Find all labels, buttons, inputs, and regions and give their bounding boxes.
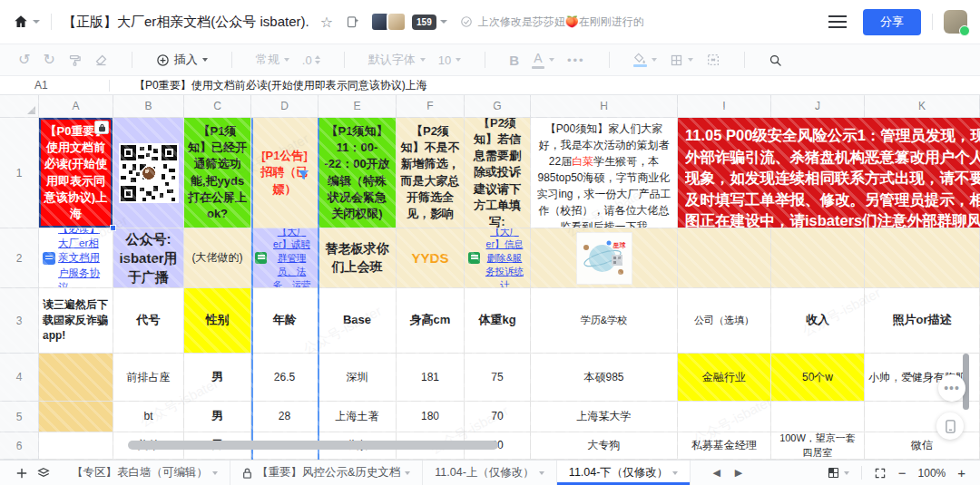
cell-link[interactable]: 【大厂er】信息删除&服务投诉统计 (483, 228, 526, 288)
decimal-places-button[interactable]: .0 (302, 53, 320, 67)
redo-icon[interactable]: ↻ (43, 53, 54, 67)
cell-C4[interactable]: 男 (184, 354, 251, 402)
cell-G4[interactable]: 75 (465, 354, 531, 402)
horizontal-scrollbar[interactable] (128, 441, 498, 450)
cell-A2[interactable]: 【必读】大厂er相亲文档用户服务协议 (39, 228, 113, 288)
cell-B4[interactable]: 前排占座 (113, 354, 184, 402)
cell-J5[interactable] (771, 402, 865, 432)
cell-E1[interactable]: 【P1须知】11：00--22：00开放编辑（特殊状况会紧急关闭权限) (318, 118, 397, 228)
column-header-C[interactable]: C (184, 95, 251, 118)
collaborators-caret-icon[interactable] (440, 20, 447, 24)
collaborator-count-badge[interactable]: 159 (412, 15, 436, 30)
cell-A6[interactable] (39, 432, 113, 460)
grid-view-button[interactable] (827, 466, 849, 480)
add-sheet-icon[interactable] (11, 462, 33, 484)
select-all-corner[interactable] (0, 95, 39, 118)
tabs-scroll-left-icon[interactable]: ◀ (712, 467, 720, 479)
cell-I4[interactable]: 金融行业 (678, 354, 771, 402)
cell-J3[interactable]: 收入 (771, 288, 865, 354)
cell-link[interactable]: 【必读】大厂er相亲文档用户服务协议 (58, 228, 109, 288)
column-header-B[interactable]: B (113, 95, 184, 118)
cell-D3[interactable]: 年龄 (251, 288, 318, 354)
fill-color-button[interactable] (633, 53, 657, 67)
zoom-level[interactable]: 100% (918, 467, 946, 480)
cell-K3[interactable]: 照片or描述 (865, 288, 980, 354)
cell-D4[interactable]: 26.5 (251, 354, 318, 402)
sheet-tab-4-active[interactable]: 11.04-下（仅修改） (557, 461, 691, 485)
column-header-J[interactable]: J (771, 95, 865, 118)
cell-G1[interactable]: 【P2须知】若信息需要删除或投诉建议请下方工单填写: (465, 118, 531, 228)
search-icon[interactable] (769, 53, 782, 67)
cell-E2[interactable]: 替老板求你们上会班 (318, 228, 397, 288)
cell-D5[interactable]: 28 (251, 402, 318, 432)
zoom-in-button[interactable]: + (957, 466, 965, 480)
cell-I5[interactable] (678, 402, 771, 432)
tabs-scroll-right-icon[interactable]: ▶ (735, 467, 742, 479)
zoom-out-button[interactable]: − (898, 466, 906, 480)
number-format-button[interactable]: 常规 (256, 52, 289, 68)
bold-button[interactable]: B (509, 53, 519, 68)
cell-D2[interactable]: 【大厂er】诚聘群管理员、法务、运营 (251, 228, 318, 288)
cell-I3[interactable]: 公司（选填） (678, 288, 771, 354)
undo-icon[interactable]: ↺ (18, 53, 30, 67)
cell-E5[interactable]: 上海土著 (318, 402, 397, 432)
cell-A5[interactable] (39, 402, 113, 432)
cell-C5[interactable]: 男 (184, 402, 251, 432)
cell-H1[interactable]: 【P00须知】家人们大家好，我是本次活动的策划者22届白菜学生猴哥，本985to… (531, 118, 678, 228)
user-avatar[interactable] (944, 10, 967, 34)
cell-reference-box[interactable]: A1 (0, 79, 109, 92)
cell-D1[interactable]: [P1公告] 招聘（已嫖） (251, 118, 318, 228)
cell-A4[interactable] (39, 354, 113, 402)
column-header-A[interactable]: A (39, 95, 113, 118)
column-header-H[interactable]: H (531, 95, 678, 118)
fullscreen-icon[interactable] (874, 467, 887, 480)
sheet-tab-2[interactable]: 【重要】风控公示&历史文档 (230, 461, 423, 485)
caret-down-icon[interactable] (672, 471, 678, 475)
column-header-F[interactable]: F (397, 95, 465, 118)
row-header-2[interactable]: 2 (0, 228, 39, 288)
home-icon[interactable] (13, 14, 29, 30)
cell-F4[interactable]: 181 (397, 354, 465, 402)
cell-F1[interactable]: 【P2须知】不是不新增筛选，而是大家总开筛选全见，影响 (397, 118, 465, 228)
row-header-1[interactable]: 1 (0, 118, 39, 228)
document-title[interactable]: 【正版】大厂er相亲文档(公众号 isbater). (63, 14, 309, 31)
row-header-5[interactable]: 5 (0, 402, 39, 432)
row-header-3[interactable]: 3 (0, 288, 39, 354)
cell-J2[interactable] (771, 228, 865, 288)
cell-A1[interactable]: 【P0重要】使用文档前必读(开始使用即表示同意该协议)上海 (39, 118, 113, 228)
cell-E3[interactable]: Base (318, 288, 397, 354)
cell-F3[interactable]: 身高cm (397, 288, 465, 354)
cell-H3[interactable]: 学历&学校 (531, 288, 678, 354)
sheet-tab-1[interactable]: 【专区】表白墙（可编辑） (60, 461, 230, 485)
star-icon[interactable]: ☆ (320, 14, 333, 31)
caret-down-icon[interactable] (539, 471, 544, 475)
new-copy-icon[interactable] (346, 15, 359, 29)
all-sheets-icon[interactable] (33, 462, 54, 484)
cell-B5[interactable]: bt (113, 402, 184, 432)
caret-down-icon[interactable] (405, 471, 410, 475)
font-size-button[interactable]: 10 (438, 53, 461, 67)
cell-I2[interactable] (678, 228, 771, 288)
cell-link[interactable]: 【大厂er】诚聘群管理员、法务、运营 (270, 228, 314, 288)
cell-G5[interactable]: 70 (465, 402, 531, 432)
caret-down-icon[interactable] (212, 471, 218, 475)
cell-H2[interactable]: 星球 (531, 228, 678, 288)
cell-I6[interactable]: 私募基金经理 (678, 432, 771, 460)
cell-K2[interactable] (865, 228, 980, 288)
format-painter-icon[interactable] (68, 53, 82, 67)
cell-C2[interactable]: (大佬做的) (184, 228, 251, 288)
cell-H4[interactable]: 本硕985 (531, 354, 678, 402)
column-header-K[interactable]: K (865, 95, 980, 118)
cell-F5[interactable]: 180 (397, 402, 465, 432)
filter-icon[interactable] (298, 169, 309, 185)
cell-G2[interactable]: 【大厂er】信息删除&服务投诉统计 (465, 228, 531, 288)
mobile-view-button[interactable] (936, 412, 964, 440)
font-family-button[interactable]: 默认字体 (368, 52, 426, 68)
text-color-button[interactable]: A (532, 51, 554, 69)
cell-K6[interactable]: 微信 (865, 432, 980, 460)
home-caret-icon[interactable] (33, 20, 40, 24)
cell-B1[interactable] (113, 118, 184, 228)
cell-B3[interactable]: 代号 (113, 288, 184, 354)
column-header-D[interactable]: D (251, 95, 318, 118)
fill-handle[interactable] (110, 225, 116, 231)
